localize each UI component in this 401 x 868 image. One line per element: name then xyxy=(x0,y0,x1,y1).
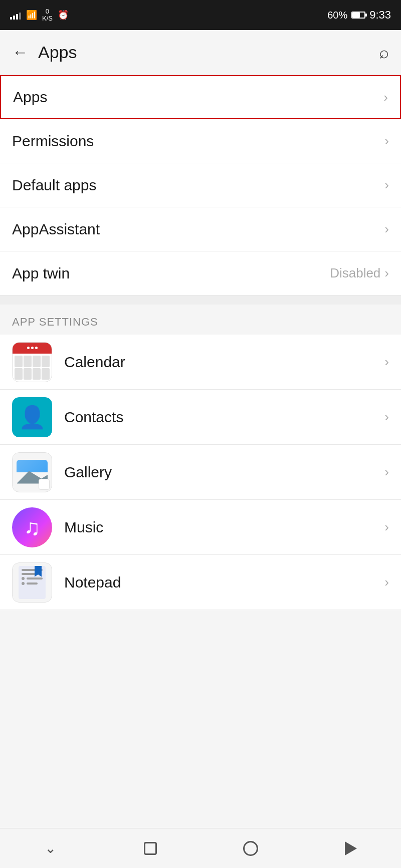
person-icon: 👤 xyxy=(19,404,46,430)
music-label: Music xyxy=(64,519,103,536)
menu-item-app-twin[interactable]: App twin Disabled › xyxy=(0,251,401,296)
chevron-icon: › xyxy=(384,354,389,370)
calendar-label: Calendar xyxy=(64,354,125,371)
top-bar: ← Apps ⌕ xyxy=(0,30,401,75)
chevron-down-icon: ⌄ xyxy=(45,840,56,856)
back-button[interactable]: ← xyxy=(12,43,28,62)
app-settings-header: APP SETTINGS xyxy=(0,305,401,335)
menu-item-apps-label: Apps xyxy=(13,89,47,106)
app-item-contacts-left: 👤 Contacts xyxy=(12,397,123,437)
chevron-icon: › xyxy=(384,177,389,193)
menu-item-app-twin-right: Disabled › xyxy=(330,265,389,281)
app-item-calendar-left: Calendar xyxy=(12,342,125,382)
app-item-notepad-left: Notepad xyxy=(12,562,121,603)
wifi-icon: 📶 xyxy=(26,10,37,21)
app-item-contacts[interactable]: 👤 Contacts › xyxy=(0,390,401,445)
app-twin-value: Disabled xyxy=(330,265,380,281)
music-note-icon: ♫ xyxy=(24,515,41,540)
app-item-gallery-left: Gallery xyxy=(12,452,112,492)
menu-item-app-twin-label: App twin xyxy=(12,265,70,282)
menu-item-default-apps[interactable]: Default apps › xyxy=(0,163,401,207)
status-right: 60% 9:33 xyxy=(327,9,391,22)
alarm-icon: ⏰ xyxy=(58,10,69,21)
chevron-icon: › xyxy=(384,221,389,237)
status-left: 📶 0 K/S ⏰ xyxy=(10,8,69,23)
top-bar-left: ← Apps xyxy=(12,43,77,62)
status-time: 9:33 xyxy=(369,9,391,22)
menu-item-apps[interactable]: Apps › xyxy=(0,75,401,119)
calendar-app-icon xyxy=(12,342,52,382)
nav-square-button[interactable] xyxy=(138,836,163,861)
menu-item-default-apps-label: Default apps xyxy=(12,177,96,194)
chevron-icon: › xyxy=(384,409,389,425)
menu-item-default-apps-right: › xyxy=(384,177,389,193)
section-separator xyxy=(0,296,401,305)
nav-back-button[interactable] xyxy=(338,836,363,861)
chevron-icon: › xyxy=(384,133,389,149)
menu-item-app-assistant[interactable]: AppAssistant › xyxy=(0,207,401,251)
app-item-music[interactable]: ♫ Music › xyxy=(0,500,401,555)
data-speed: 0 K/S xyxy=(42,8,53,23)
status-bar: 📶 0 K/S ⏰ 60% 9:33 xyxy=(0,0,401,30)
app-item-calendar[interactable]: Calendar › xyxy=(0,335,401,390)
chevron-icon: › xyxy=(383,90,388,105)
menu-item-app-assistant-right: › xyxy=(384,221,389,237)
nav-down-button[interactable]: ⌄ xyxy=(38,836,63,861)
battery-percent: 60% xyxy=(327,10,347,21)
menu-list: Apps › Permissions › Default apps › AppA… xyxy=(0,75,401,296)
menu-item-permissions-label: Permissions xyxy=(12,133,94,150)
app-item-gallery[interactable]: Gallery › xyxy=(0,445,401,500)
square-icon xyxy=(144,842,157,855)
contacts-label: Contacts xyxy=(64,409,123,426)
gallery-label: Gallery xyxy=(64,464,112,481)
chevron-icon: › xyxy=(384,265,389,281)
music-app-icon: ♫ xyxy=(12,507,52,547)
circle-icon xyxy=(243,841,258,856)
nav-home-button[interactable] xyxy=(238,836,263,861)
search-button[interactable]: ⌕ xyxy=(379,43,389,62)
notepad-app-icon xyxy=(12,562,52,603)
menu-item-permissions[interactable]: Permissions › xyxy=(0,119,401,163)
menu-item-permissions-right: › xyxy=(384,133,389,149)
menu-item-apps-right: › xyxy=(383,90,388,105)
gallery-app-icon xyxy=(12,452,52,492)
bottom-nav: ⌄ xyxy=(0,828,401,868)
battery-icon xyxy=(351,12,365,19)
page-title: Apps xyxy=(38,43,77,62)
app-item-notepad[interactable]: Notepad › xyxy=(0,555,401,610)
menu-item-app-assistant-label: AppAssistant xyxy=(12,221,100,238)
notepad-label: Notepad xyxy=(64,574,121,591)
signal-bars-icon xyxy=(10,11,21,20)
chevron-icon: › xyxy=(384,519,389,535)
chevron-icon: › xyxy=(384,574,389,590)
section-header-text: APP SETTINGS xyxy=(12,316,98,328)
contacts-app-icon: 👤 xyxy=(12,397,52,437)
triangle-back-icon xyxy=(345,841,357,855)
chevron-icon: › xyxy=(384,464,389,480)
app-settings-list: Calendar › 👤 Contacts › xyxy=(0,335,401,610)
app-item-music-left: ♫ Music xyxy=(12,507,103,547)
